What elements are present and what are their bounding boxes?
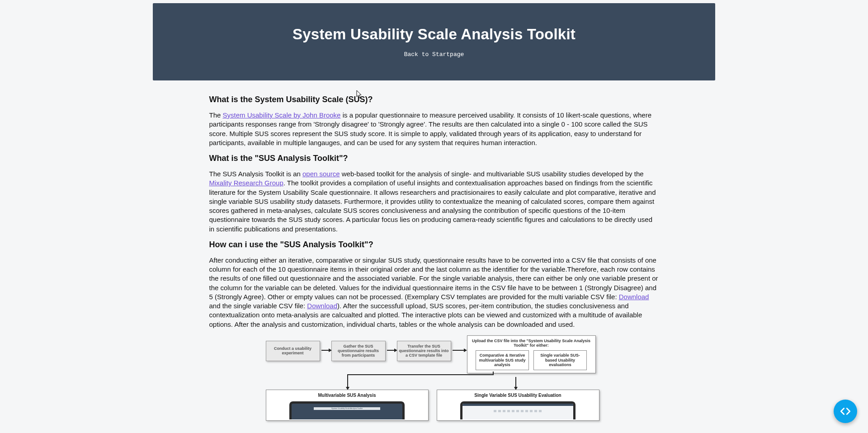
text: web-based toolkit for the analysis of si… — [340, 170, 644, 178]
arrow-down-icon — [347, 374, 348, 388]
text: . The toolkit provides a compilation of … — [209, 179, 656, 232]
connector-line — [347, 374, 493, 375]
mini-screenshot-right — [460, 401, 576, 419]
diagram-panel-singlevariable: Single Variable SUS Usability Evaluation — [437, 390, 599, 421]
diagram-upload-title: Upload the CSV file into the "System Usa… — [470, 339, 593, 348]
page-title: System Usability Scale Analysis Toolkit — [292, 26, 576, 43]
text: and the single variable CSV file: — [209, 302, 307, 310]
section-heading-howto: How can i use the "SUS Analysis Toolkit"… — [209, 240, 659, 249]
main-content: What is the System Usability Scale (SUS)… — [209, 80, 659, 433]
diagram-step-3: Transfer the SUS questionnaire results i… — [397, 341, 451, 361]
section-heading-sus: What is the System Usability Scale (SUS)… — [209, 95, 659, 104]
connector-line — [493, 372, 494, 375]
arrow-down-icon — [515, 377, 516, 388]
code-icon — [840, 405, 851, 417]
link-download-single[interactable]: Download — [307, 302, 337, 310]
mini-screen-topbar — [462, 404, 573, 406]
link-open-source[interactable]: open source — [302, 170, 340, 178]
mini-screen-content — [494, 410, 542, 412]
link-sus-brooke[interactable]: System Usability Scale by John Brooke — [223, 111, 341, 119]
section-heading-toolkit: What is the "SUS Analysis Toolkit"? — [209, 154, 659, 163]
text: The — [209, 111, 223, 119]
text: The SUS Analysis Toolkit is an — [209, 170, 302, 178]
arrow-icon — [321, 350, 330, 351]
hero-banner: System Usability Scale Analysis Toolkit … — [153, 3, 715, 80]
diagram-option-multivariable: Comparative & Iterative multivariable SU… — [476, 350, 529, 370]
diagram-panel-title-left: Multivariable SUS Analysis — [269, 393, 425, 398]
workflow-diagram: Conduct a usability experiment Gather th… — [266, 335, 600, 433]
diagram-step-1: Conduct a usability experiment — [266, 341, 320, 361]
link-download-multi[interactable]: Download — [619, 293, 649, 301]
diagram-panel-multivariable: Multivariable SUS Analysis System Usabil… — [266, 390, 429, 421]
diagram-step-2: Gather the SUS questionnaire results fro… — [331, 341, 386, 361]
paragraph-toolkit: The SUS Analysis Toolkit is an open sour… — [209, 169, 659, 234]
text: After conducting either an iterative, co… — [209, 256, 658, 301]
diagram-panel-title-right: Single Variable SUS Usability Evaluation — [440, 393, 596, 398]
paragraph-howto: After conducting either an iterative, co… — [209, 256, 659, 329]
arrow-icon — [387, 350, 395, 351]
code-fab-button[interactable] — [834, 400, 857, 423]
link-mixality[interactable]: Mixality Research Group — [209, 179, 283, 187]
arrow-icon — [453, 350, 465, 351]
diagram-upload-box: Upload the CSV file into the "System Usa… — [467, 335, 596, 373]
mini-screen-titlebar: System Usability Scale Analysis Toolkit — [314, 407, 380, 410]
paragraph-sus: The System Usability Scale by John Brook… — [209, 111, 659, 147]
back-to-startpage-link[interactable]: Back to Startpage — [404, 51, 464, 58]
diagram-option-singlevariable: Single variable SUS-based Usability eval… — [533, 350, 587, 370]
mini-screenshot-left: System Usability Scale Analysis Toolkit — [289, 401, 405, 419]
